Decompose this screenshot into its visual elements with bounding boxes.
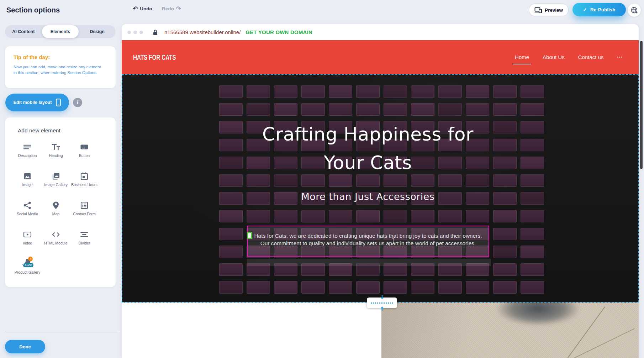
tab-ai-content[interactable]: AI Content: [5, 25, 42, 38]
tip-title: Tip of the day:: [14, 54, 50, 60]
edit-mobile-layout-button[interactable]: Edit mobile layout: [5, 94, 69, 111]
phone-icon: [56, 99, 61, 106]
text-cursor-icon: [391, 238, 395, 244]
nav-more-icon[interactable]: •••: [617, 55, 623, 59]
hero-section[interactable]: Crafting Happiness for Your Cats More th…: [122, 74, 639, 302]
button-icon: [79, 142, 90, 152]
heading-icon: [51, 142, 61, 152]
check-icon: ✓: [583, 7, 587, 12]
site-header: HATS FOR CATS Home About Us Contact us •…: [122, 40, 639, 74]
hero-content: Crafting Happiness for Your Cats More th…: [122, 74, 614, 302]
social-media-icon: [22, 200, 33, 211]
element-map[interactable]: Map: [42, 199, 70, 228]
nav-contact-us[interactable]: Contact us: [578, 54, 604, 60]
language-globe-button[interactable]: [628, 4, 641, 17]
element-social-media[interactable]: Social Media: [13, 199, 42, 228]
redo-icon: ↷: [176, 6, 181, 12]
element-divider[interactable]: Divider: [70, 228, 99, 258]
element-image-gallery[interactable]: Image Gallery: [42, 170, 70, 199]
description-icon: [22, 142, 33, 152]
hero-heading-line1[interactable]: Crafting Happiness for: [122, 120, 614, 148]
element-description[interactable]: Description: [13, 141, 42, 170]
site-logo[interactable]: HATS FOR CATS: [133, 53, 176, 62]
element-product-gallery[interactable]: SHOP ↑ Product Gallery: [13, 258, 42, 287]
get-your-own-domain-link[interactable]: GET YOUR OWN DOMAIN: [246, 29, 312, 35]
element-business-hours[interactable]: Business Hours: [70, 170, 99, 199]
browser-chrome: n1566589.websitebuilder.online/ GET YOUR…: [122, 24, 639, 40]
arrow-down-icon: [380, 295, 384, 300]
browser-scrollbar[interactable]: [640, 41, 643, 169]
undo-button[interactable]: ↶ Undo: [133, 6, 152, 12]
nav-about-us[interactable]: About Us: [543, 54, 565, 60]
tip-body: Now you can add, move and resize any ele…: [14, 64, 101, 75]
add-new-element-title: Add new element: [18, 127, 60, 134]
hero-subheading[interactable]: More than Just Accessories: [122, 191, 614, 202]
arrow-up-icon: [380, 306, 384, 311]
tab-elements[interactable]: Elements: [42, 25, 79, 38]
contact-form-icon: [79, 200, 90, 211]
url-text[interactable]: n1566589.websitebuilder.online/: [164, 29, 241, 35]
element-image[interactable]: Image: [13, 170, 42, 199]
website-builder-app: Section options AI Content Elements Desi…: [0, 0, 644, 358]
globe-icon: [630, 6, 638, 14]
page-title: Section options: [6, 6, 60, 14]
html-module-icon: [51, 229, 61, 240]
hero-heading-line2[interactable]: Your Cats: [122, 148, 614, 177]
resize-dash-line: [371, 302, 393, 304]
section-resize-handle[interactable]: [367, 298, 397, 308]
image-gallery-icon: [51, 171, 61, 181]
element-heading[interactable]: Heading: [42, 141, 70, 170]
section-options-panel: Section options AI Content Elements Desi…: [0, 0, 124, 358]
lock-icon: [153, 29, 158, 36]
element-html-module[interactable]: HTML Module: [42, 228, 70, 258]
undo-icon: ↶: [133, 6, 138, 12]
shop-badge: SHOP: [23, 263, 33, 267]
redo-button[interactable]: Redo ↷: [162, 6, 181, 12]
image-icon: [22, 171, 33, 181]
map-icon: [51, 200, 61, 211]
floor-photo-image: [381, 302, 639, 358]
element-video[interactable]: Video: [13, 228, 42, 258]
site-nav: Home About Us Contact us •••: [515, 40, 623, 74]
panel-tabs: AI Content Elements Design: [5, 25, 116, 38]
element-button[interactable]: Button: [70, 141, 99, 170]
add-new-element-card: Add new element Description Heading: [5, 117, 116, 287]
divider-icon: [79, 229, 90, 240]
element-drag-handle[interactable]: [247, 232, 252, 239]
upgrade-arrow-badge: ↑: [28, 257, 33, 261]
panel-divider: [5, 331, 119, 331]
info-icon[interactable]: i: [73, 98, 82, 107]
selected-text-element[interactable]: Hats for Cats, we are dedicated to craft…: [247, 226, 489, 257]
video-icon: [22, 229, 33, 240]
product-gallery-icon: SHOP ↑: [21, 258, 33, 269]
republish-button[interactable]: ✓ Re-Publish: [572, 3, 626, 16]
window-dots-icon: [127, 31, 143, 34]
text-element-padding-band: [247, 259, 491, 266]
done-button[interactable]: Done: [5, 340, 45, 353]
next-section[interactable]: [122, 302, 639, 358]
nav-home[interactable]: Home: [515, 54, 529, 60]
devices-icon: [534, 7, 542, 13]
hero-paragraph[interactable]: Hats for Cats, we are dedicated to craft…: [248, 232, 489, 247]
tip-of-the-day-card: Tip of the day: Now you can add, move an…: [5, 46, 116, 88]
element-grid: Description Heading Button: [13, 141, 101, 287]
tab-design[interactable]: Design: [79, 25, 116, 38]
element-contact-form[interactable]: Contact Form: [70, 199, 99, 228]
preview-button[interactable]: Preview: [529, 4, 569, 16]
business-hours-icon: [79, 171, 90, 181]
